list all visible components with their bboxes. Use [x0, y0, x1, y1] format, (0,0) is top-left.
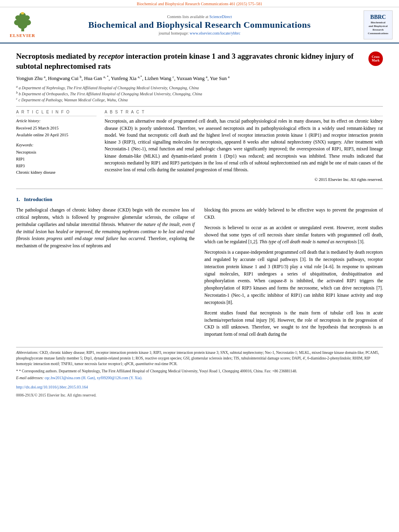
journal-citation: Biochemical and Biophysical Research Com… — [137, 2, 262, 6]
homepage-line: journal homepage: www.elsevier.com/locat… — [43, 31, 356, 35]
article-title-section: Necroptosis mediated by receptor interac… — [16, 51, 383, 71]
article-info-abstract: A R T I C L E I N F O Article history: R… — [16, 110, 383, 183]
corresponding-label: * Corresponding authors. — [19, 369, 58, 373]
article-history-box: Article history: Received 25 March 2015 … — [16, 116, 97, 176]
intro-para-4: Necroptosis is a caspase-independent pro… — [204, 249, 383, 306]
abstract-col: A B S T R A C T Necroptosis, an alternat… — [105, 110, 383, 183]
article-title: Necroptosis mediated by receptor interac… — [16, 51, 364, 71]
doi-line: http://dx.doi.org/10.1016/j.bbrc.2015.03… — [16, 384, 383, 390]
article-info-col: A R T I C L E I N F O Article history: R… — [16, 110, 97, 183]
abstract-header: A B S T R A C T — [105, 110, 383, 114]
intro-columns: The pathological changes of chronic kidn… — [16, 207, 383, 341]
section-title-intro: 1. Introduction — [16, 196, 383, 203]
header-divider — [16, 106, 383, 107]
keyword-4: Chronic kidney disease — [16, 169, 97, 176]
keywords-label: Keywords: — [16, 142, 97, 148]
bbrc-logo: BBRC Biochemicaland BiophysicalResearchC… — [364, 10, 393, 39]
intro-col-right: blocking this process are widely believe… — [204, 207, 383, 341]
authors-line: Yongjun Zhu a, Hongwang Cui b, Hua Gan a… — [16, 74, 383, 82]
email-link[interactable]: cqc.hw2013@sina.com (H. Gan), xyf09200@1… — [45, 376, 142, 380]
section-number: 1. — [16, 196, 20, 202]
crossmark-badge: CrossMark — [368, 51, 383, 66]
doi-link[interactable]: http://dx.doi.org/10.1016/j.bbrc.2015.03… — [16, 385, 88, 389]
affiliations: a a Department of Nephrology, The First … — [16, 85, 383, 103]
homepage-link[interactable]: www.elsevier.com/locate/ybbrc — [190, 31, 241, 35]
sciencedirect-link[interactable]: ScienceDirect — [209, 14, 232, 19]
footnote-section: Abbreviations: CKD, chronic kidney disea… — [16, 347, 383, 398]
abbreviations-text: CKD, chronic kidney disease; RIP1, recep… — [16, 351, 379, 366]
bbrc-logo-area: BBRC Biochemicaland BiophysicalResearchC… — [360, 10, 393, 39]
intro-para-3: Necrosis is believed to occur as an acci… — [204, 224, 383, 246]
history-label: Article history: — [16, 118, 97, 124]
received-date: Received 25 March 2015 — [16, 125, 97, 132]
copyright-line: © 2015 Elsevier Inc. All rights reserved… — [105, 177, 383, 183]
elsevier-wordmark: ELSEVIER — [10, 33, 35, 38]
elsevier-logo-area: ELSEVIER — [6, 12, 39, 38]
intro-para-1: The pathological changes of chronic kidn… — [16, 207, 195, 250]
license-line: 0006-291X/© 2015 Elsevier Inc. All right… — [16, 392, 383, 398]
abstract-text: Necroptosis, an alternative mode of prog… — [105, 116, 383, 183]
email-label: E-mail addresses: — [16, 376, 44, 380]
keyword-1: Necroptosis — [16, 149, 97, 156]
email-line: E-mail addresses: cqc.hw2013@sina.com (H… — [16, 375, 383, 381]
journal-citation-bar: Biochemical and Biophysical Research Com… — [0, 0, 399, 7]
journal-title-block: Contents lists available at ScienceDirec… — [43, 14, 356, 35]
svg-point-8 — [21, 12, 24, 14]
abbreviations-label: Abbreviations: — [16, 351, 39, 355]
intro-col-left: The pathological changes of chronic kidn… — [16, 207, 195, 341]
section-title: Introduction — [24, 196, 53, 202]
keyword-3: RIP3 — [16, 163, 97, 170]
corresponding-line: * * Corresponding authors. Department of… — [16, 368, 383, 374]
introduction-section: 1. Introduction The pathological changes… — [16, 196, 383, 341]
abbreviations-line: Abbreviations: CKD, chronic kidney disea… — [16, 350, 383, 367]
article-info-header: A R T I C L E I N F O — [16, 110, 97, 114]
journal-title: Biochemical and Biophysical Research Com… — [43, 20, 356, 30]
corresponding-text: Department of Nephrology, The First Affi… — [59, 369, 297, 373]
journal-header: ELSEVIER Contents lists available at Sci… — [0, 7, 399, 43]
body-divider — [16, 189, 383, 189]
article-body: Necroptosis mediated by receptor interac… — [0, 43, 399, 406]
contents-available-line: Contents lists available at ScienceDirec… — [43, 14, 356, 19]
keyword-2: RIP1 — [16, 156, 97, 163]
intro-para-5: Recent studies found that necroptosis is… — [204, 310, 383, 338]
intro-para-2: blocking this process are widely believe… — [204, 207, 383, 221]
available-date: Available online 20 April 2015 — [16, 132, 97, 139]
elsevier-tree-icon — [12, 12, 34, 32]
